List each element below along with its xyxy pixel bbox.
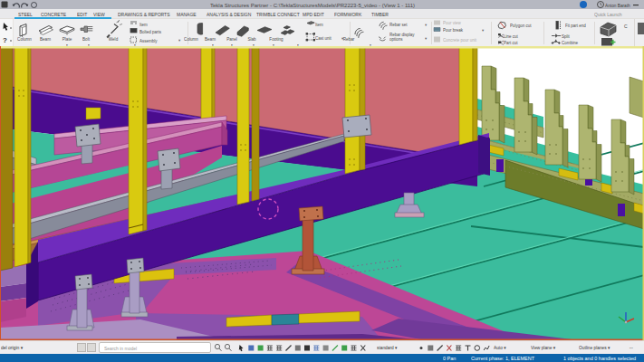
svg-text:?: ?: [3, 36, 7, 44]
svg-text:C: C: [624, 24, 628, 29]
